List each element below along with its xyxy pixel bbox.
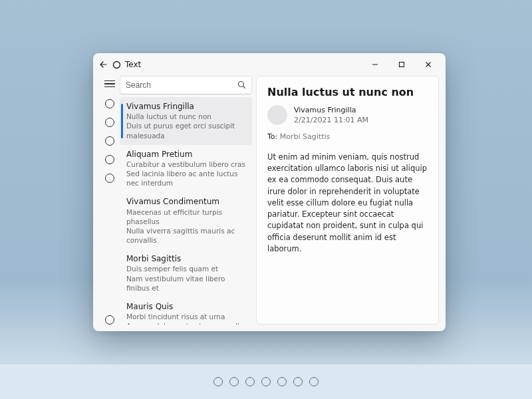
rail-item[interactable] [105, 155, 114, 164]
app-icon [112, 60, 121, 69]
close-button[interactable] [415, 55, 442, 74]
window-title: Text [125, 60, 141, 69]
back-icon[interactable] [98, 60, 108, 69]
pagination-dot[interactable] [293, 377, 303, 386]
sender-time: 2/21/2021 11:01 AM [294, 115, 368, 125]
sender-row: Vivamus Fringilla 2/21/2021 11:01 AM [267, 105, 428, 126]
list-item[interactable]: Vivamus CondimentumMaecenas ut efficitur… [120, 192, 252, 249]
list-item[interactable]: Vivamus FringillaNulla luctus ut nunc no… [120, 97, 252, 145]
sender-meta: Vivamus Fringilla 2/21/2021 11:01 AM [294, 105, 368, 126]
pagination-strip [0, 364, 532, 399]
message-body: Ut enim ad minim veniam, quis nostrud ex… [267, 152, 428, 255]
list-item-subtitle: Duis semper felis quam et [126, 264, 247, 273]
message-list: Vivamus FringillaNulla luctus ut nunc no… [120, 97, 252, 325]
list-item-subtitle: Curabitur a vestibulum libero cras [126, 160, 247, 169]
pagination-dot[interactable] [229, 377, 239, 386]
pagination-dot[interactable] [309, 377, 319, 386]
rail-item[interactable] [105, 136, 114, 146]
rail-item-bottom[interactable] [105, 315, 114, 325]
titlebar-left: Text [98, 60, 362, 69]
search-box[interactable] [120, 76, 252, 94]
list-item-subtitle: Maecenas ut efficitur turpis phasellus [126, 207, 247, 226]
list-item[interactable]: Mauris QuisMorbi tincidunt risus at urna… [120, 297, 252, 325]
message-heading: Nulla luctus ut nunc non [267, 86, 428, 98]
list-item-title: Vivamus Condimentum [126, 196, 247, 207]
list-item-subtitle: Morbi tincidunt risus at urna [126, 312, 247, 321]
pagination-dot[interactable] [245, 377, 255, 386]
list-item[interactable]: Aliquam PretiumCurabitur a vestibulum li… [120, 145, 252, 193]
search-input[interactable] [126, 80, 237, 90]
window-body: Vivamus FringillaNulla luctus ut nunc no… [93, 76, 446, 331]
list-item-title: Aliquam Pretium [126, 149, 247, 160]
list-item-subtitle: Nulla luctus ut nunc non [126, 112, 247, 121]
rail-item[interactable] [105, 174, 114, 183]
maximize-button[interactable] [388, 55, 415, 74]
list-item[interactable]: Morbi SagittisDuis semper felis quam etN… [120, 249, 252, 297]
titlebar: Text [93, 53, 446, 76]
svg-line-4 [243, 86, 245, 88]
search-icon [237, 79, 246, 92]
to-label: To: [267, 132, 277, 141]
list-item-preview: Nam vestibulum vitae libero finibus et [126, 274, 247, 293]
pagination-dot[interactable] [277, 377, 287, 386]
window-controls [362, 55, 442, 74]
list-item-preview: Nulla viverra sagittis mauris ac convall… [126, 226, 247, 245]
list-item-preview: Sed lacinia libero ac ante luctus nec in… [126, 169, 247, 188]
svg-point-0 [113, 61, 120, 68]
to-value: Morbi Sagittis [280, 132, 330, 141]
svg-rect-2 [400, 63, 404, 67]
list-item-title: Vivamus Fringilla [126, 101, 247, 112]
rail-item[interactable] [105, 99, 114, 108]
sender-name: Vivamus Fringilla [294, 105, 368, 115]
pagination-dot[interactable] [261, 377, 271, 386]
app-window: Text Vi [93, 53, 446, 331]
nav-rail [100, 76, 120, 325]
hamburger-icon[interactable] [104, 80, 115, 87]
list-item-title: Morbi Sagittis [126, 253, 247, 264]
pagination-dot[interactable] [213, 377, 223, 386]
list-pane: Vivamus FringillaNulla luctus ut nunc no… [120, 76, 256, 325]
list-item-preview: Duis ut purus eget orci suscipit malesua… [126, 121, 247, 140]
rail-item[interactable] [105, 118, 114, 127]
minimize-button[interactable] [362, 55, 388, 74]
avatar [267, 105, 287, 125]
list-item-preview: Aenean dolor metus tempor nulla ac dapib… [126, 321, 247, 325]
list-item-title: Mauris Quis [126, 301, 247, 312]
detail-pane: Nulla luctus ut nunc non Vivamus Fringil… [256, 76, 439, 325]
to-row: To: Morbi Sagittis [267, 132, 428, 141]
